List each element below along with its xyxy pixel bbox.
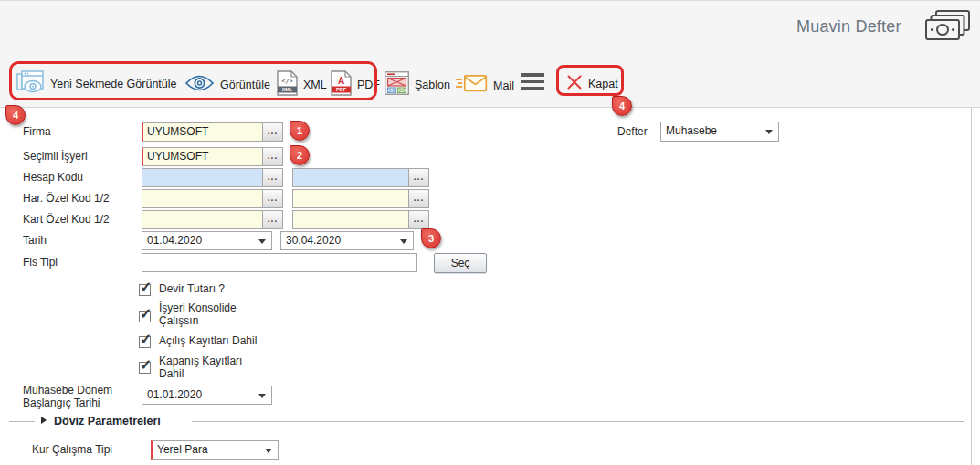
isyeri-input[interactable]: UYUMSOFT <box>142 147 283 166</box>
doviz-section-title: Döviz Parametreleri <box>54 415 161 428</box>
firma-value: UYUMSOFT <box>147 125 208 138</box>
kart-ozel-kod-input-1[interactable] <box>142 210 283 229</box>
kur-calisma-tipi-value: Yerel Para <box>157 443 208 456</box>
annotation-badge-3: 3 <box>421 228 441 248</box>
firma-lookup-ellipsis-icon[interactable] <box>262 123 282 141</box>
isyeri-lookup-ellipsis-icon[interactable] <box>262 148 282 165</box>
har-ozel-kod-lookup-2-ellipsis-icon[interactable] <box>408 190 428 207</box>
kart-ozel-kod-lookup-2-ellipsis-icon[interactable] <box>408 211 428 228</box>
kart-ozel-kod-lookup-1-ellipsis-icon[interactable] <box>262 211 282 228</box>
hesap-kodu-input-1[interactable] <box>142 168 283 187</box>
kapanis-kayitlari-checkbox[interactable] <box>139 362 151 374</box>
isyeri-konsolide-label: İşyeri Konsolide Çalışsın <box>159 302 261 327</box>
template-label: Şablon <box>415 79 450 91</box>
devir-tutari-label: Devir Tutarı ? <box>159 283 225 296</box>
tarih-start-value: 01.04.2020 <box>147 234 202 247</box>
fis-tipi-input[interactable] <box>142 253 417 272</box>
donem-baslangic-value: 01.01.2020 <box>147 388 202 401</box>
tarih-label: Tarih <box>23 235 47 248</box>
defter-label: Defter <box>617 126 648 139</box>
defter-value: Muhasebe <box>666 124 717 137</box>
hesap-kodu-label: Hesap Kodu <box>23 172 83 185</box>
annotation-box-kapat <box>556 65 624 96</box>
panel-border-left <box>5 108 5 465</box>
har-ozel-kod-label: Har. Özel Kod 1/2 <box>23 193 110 206</box>
annotation-box-toolbar <box>9 61 377 100</box>
isyeri-value: UYUMSOFT <box>147 150 208 163</box>
defter-select[interactable]: Muhasebe <box>660 122 779 142</box>
har-ozel-kod-lookup-1-ellipsis-icon[interactable] <box>262 190 282 207</box>
kart-ozel-kod-input-2[interactable] <box>292 210 429 229</box>
template-icon <box>385 71 409 99</box>
kapanis-kayitlari-label: Kapanış Kayıtları Dahil <box>159 355 261 380</box>
tarih-end-select[interactable]: 30.04.2020 <box>280 231 414 250</box>
panel-border-right <box>971 108 972 465</box>
section-line-left <box>9 421 35 422</box>
annotation-badge-2: 2 <box>290 145 310 165</box>
acilis-kayitlari-label: Açılış Kayıtları Dahil <box>159 335 257 348</box>
section-expand-arrow-icon[interactable] <box>41 417 47 424</box>
har-ozel-kod-input-2[interactable] <box>292 189 429 208</box>
tarih-end-value: 30.04.2020 <box>286 234 341 247</box>
annotation-badge-4-right: 4 <box>612 96 632 116</box>
kart-ozel-kod-label: Kart Özel Kod 1/2 <box>23 214 110 227</box>
isyeri-konsolide-checkbox[interactable] <box>139 311 151 322</box>
kur-calisma-tipi-label: Kur Çalışma Tipi <box>32 444 112 457</box>
firma-input[interactable]: UYUMSOFT <box>142 122 283 142</box>
acilis-kayitlari-checkbox[interactable] <box>139 336 151 348</box>
isyeri-label: Seçimli İşyeri <box>23 151 88 164</box>
section-line-right <box>192 421 964 422</box>
envelope-icon <box>455 74 488 97</box>
fis-tipi-label: Fis Tipi <box>23 257 58 269</box>
mail-button[interactable]: Mail <box>455 74 514 97</box>
template-button[interactable]: Şablon <box>385 71 450 99</box>
hamburger-menu-icon[interactable] <box>521 73 544 92</box>
devir-tutari-checkbox[interactable] <box>139 284 151 296</box>
hesap-kodu-lookup-1-ellipsis-icon[interactable] <box>262 169 282 186</box>
hesap-kodu-lookup-2-ellipsis-icon[interactable] <box>408 169 428 186</box>
donem-baslangic-select[interactable]: 01.01.2020 <box>142 386 272 405</box>
donem-baslangic-label: Muhasebe Dönem Başlangıç Tarihi <box>23 385 149 409</box>
kur-calisma-tipi-select[interactable]: Yerel Para <box>151 440 279 460</box>
tarih-start-select[interactable]: 01.04.2020 <box>142 231 272 250</box>
annotation-badge-4-left: 4 <box>5 105 26 125</box>
hesap-kodu-input-2[interactable] <box>292 168 429 187</box>
har-ozel-kod-input-1[interactable] <box>142 189 283 208</box>
firma-label: Firma <box>23 126 51 139</box>
page-title: Muavin Defter <box>796 17 901 37</box>
mail-label: Mail <box>493 79 514 92</box>
sec-button[interactable]: Seç <box>434 253 487 273</box>
banknotes-icon <box>924 8 972 50</box>
annotation-badge-1: 1 <box>290 121 310 141</box>
muavin-defter-window: Muavin Defter <box>0 0 980 465</box>
